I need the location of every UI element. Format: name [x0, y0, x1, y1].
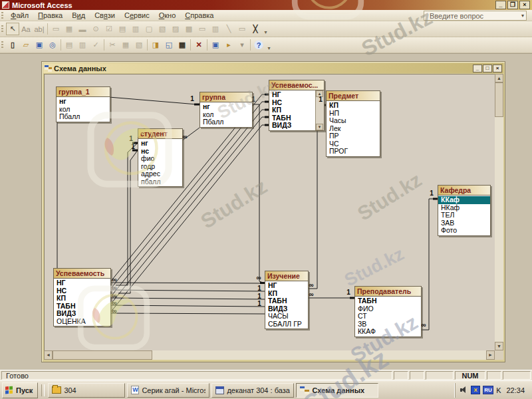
field-row[interactable]: ЧАСЫ — [265, 313, 308, 321]
scroll-up-arrow[interactable]: ▲ — [495, 74, 503, 82]
table-box[interactable]: группангколПбалл — [200, 92, 253, 128]
field-row[interactable]: КП — [265, 290, 308, 298]
database-window-icon[interactable]: ▣ — [209, 39, 222, 51]
table-box[interactable]: группа_1нгколПбалл — [56, 86, 110, 122]
field-row[interactable]: ТАБН — [265, 297, 308, 305]
field-row[interactable]: НГ — [54, 279, 110, 287]
table-header[interactable]: группа_1 — [57, 87, 110, 97]
scroll-down-arrow[interactable]: ▼ — [316, 124, 323, 130]
restore-button[interactable]: ❐ — [507, 1, 518, 9]
copy-icon[interactable]: ▦ — [119, 39, 132, 51]
textbox-icon[interactable]: ab| — [33, 23, 46, 35]
field-row[interactable]: ТЕЛ — [438, 211, 490, 219]
close-button[interactable]: × — [519, 1, 530, 9]
field-row[interactable]: НС — [54, 287, 110, 295]
field-row[interactable]: НКаф — [438, 204, 490, 212]
unbound-object-frame-icon[interactable]: ▨ — [169, 23, 182, 35]
table-box[interactable]: студентнгнсфиогодрадреспбалл — [138, 128, 183, 187]
field-row[interactable]: ВИДЗ — [265, 305, 308, 313]
rectangle-icon[interactable]: ▭ — [235, 23, 249, 35]
field-row[interactable]: кол — [200, 111, 252, 119]
table-box[interactable]: УспеваемостьНГНСКПТАБНВИДЗОЦЕНКА — [53, 268, 111, 327]
field-row[interactable]: ОЦЕНКА — [54, 318, 110, 326]
table-header[interactable]: группа — [200, 92, 252, 102]
field-row[interactable]: ТАБН — [54, 303, 110, 311]
table-box[interactable]: КафедраККафНКафТЕЛЗАВФото — [438, 185, 491, 236]
field-row[interactable]: ПР — [327, 132, 380, 140]
toolbar-grip[interactable] — [1, 25, 3, 33]
toolbar-overflow-icon[interactable]: ▾ — [265, 39, 273, 51]
field-row[interactable]: Пбалл — [57, 113, 110, 121]
field-row[interactable]: пбалл — [138, 178, 182, 186]
taskbar-button[interactable]: 304 — [48, 383, 125, 398]
horizontal-scroll-thumb[interactable] — [53, 350, 152, 360]
file-search-icon[interactable]: ◎ — [46, 39, 59, 51]
child-close-button[interactable]: × — [493, 65, 502, 72]
field-row[interactable]: ПРОГ — [327, 148, 380, 156]
field-row[interactable]: НП — [327, 110, 380, 118]
option-button-icon[interactable]: ⊙ — [89, 23, 102, 35]
toolbar-overflow-icon[interactable]: ▾ — [262, 23, 269, 35]
option-group-icon[interactable]: ▦ — [63, 23, 76, 35]
field-row[interactable]: годр — [138, 163, 182, 171]
new-object-dropdown-icon[interactable]: ▾ — [235, 39, 249, 51]
lang-icon[interactable]: RU — [483, 386, 493, 394]
field-row[interactable]: Лек — [327, 125, 380, 133]
field-row[interactable]: ВИДЗ — [54, 310, 110, 318]
new-file-icon[interactable]: ▯ — [6, 39, 19, 51]
table-header[interactable]: Предмет — [327, 91, 380, 101]
field-row[interactable]: Фото — [438, 227, 490, 235]
field-row[interactable]: фио — [138, 155, 182, 163]
field-row[interactable]: НГ — [265, 282, 308, 290]
field-row[interactable]: ТАБН — [269, 114, 316, 122]
command-button-icon[interactable]: ▢ — [142, 23, 156, 35]
start-button[interactable]: Пуск — [2, 382, 38, 398]
menu-item[interactable]: Справка — [180, 10, 218, 21]
open-file-icon[interactable]: ▱ — [19, 39, 33, 51]
field-row[interactable]: ТАБН — [355, 297, 421, 305]
bound-object-frame-icon[interactable]: ▩ — [182, 23, 196, 35]
field-row[interactable]: ФИО — [355, 305, 421, 313]
field-row[interactable]: Пбалл — [200, 118, 252, 126]
table-header[interactable]: студент — [138, 129, 182, 139]
minimize-button[interactable]: _ — [495, 1, 506, 9]
field-row[interactable]: нг — [138, 140, 182, 148]
label-icon[interactable]: ▭ — [49, 23, 63, 35]
table-header[interactable]: Изучение — [265, 271, 308, 281]
toolbar-grip[interactable] — [1, 41, 3, 49]
field-row[interactable]: КП — [54, 295, 110, 303]
table-box[interactable]: ПредметКПНПЧасыЛекПРЧСПРОГ — [326, 90, 380, 157]
field-row[interactable]: ЗАВ — [438, 219, 490, 227]
vertical-scrollbar[interactable]: ▲ ▼ — [495, 74, 503, 350]
field-row[interactable]: НГ — [269, 91, 316, 99]
vertical-scroll-thumb[interactable] — [495, 82, 503, 117]
scroll-right-arrow[interactable]: ► — [486, 350, 495, 360]
scroll-down-arrow[interactable]: ▼ — [495, 342, 503, 350]
field-row[interactable]: СТ — [355, 313, 421, 321]
print-icon[interactable]: ▤ — [63, 39, 76, 51]
select-object-icon[interactable]: ↖ — [6, 23, 19, 35]
check-box-icon[interactable]: ☑ — [102, 23, 116, 35]
more-controls-icon[interactable]: ╳ — [249, 23, 262, 35]
field-row[interactable]: КП — [327, 102, 380, 110]
taskbar-button[interactable]: Схема данных — [296, 383, 378, 398]
taskbar-button[interactable]: деканат 304 : база данн... — [211, 383, 294, 398]
taskbar-button[interactable]: WСерик агай - Microsoft W... — [127, 383, 209, 398]
ask-question-box[interactable]: Введите вопрос ▾ — [424, 11, 527, 21]
child-titlebar[interactable]: Схема данных _ □ × — [43, 63, 503, 73]
table-header[interactable]: Кафедра — [438, 186, 490, 196]
save-file-icon[interactable]: ▣ — [33, 39, 46, 51]
menu-item[interactable]: Сервис — [120, 10, 154, 21]
horizontal-scrollbar[interactable]: ◄ ► — [44, 350, 495, 360]
volume-icon[interactable] — [460, 386, 468, 394]
field-row[interactable]: ЧС — [327, 140, 380, 148]
menu-grip[interactable] — [1, 12, 3, 19]
menu-item[interactable]: Окно — [154, 10, 181, 21]
menu-item[interactable]: Файл — [6, 10, 33, 21]
menu-item[interactable]: Правка — [33, 10, 67, 21]
field-row[interactable]: адрес — [138, 170, 182, 178]
field-row[interactable]: ККАФ — [355, 328, 421, 336]
field-row[interactable]: ВИДЗ — [269, 122, 316, 130]
table-box[interactable]: ПреподавательТАБНФИОСТЗВККАФ — [354, 286, 422, 337]
field-row[interactable]: ЗВ — [355, 321, 421, 329]
